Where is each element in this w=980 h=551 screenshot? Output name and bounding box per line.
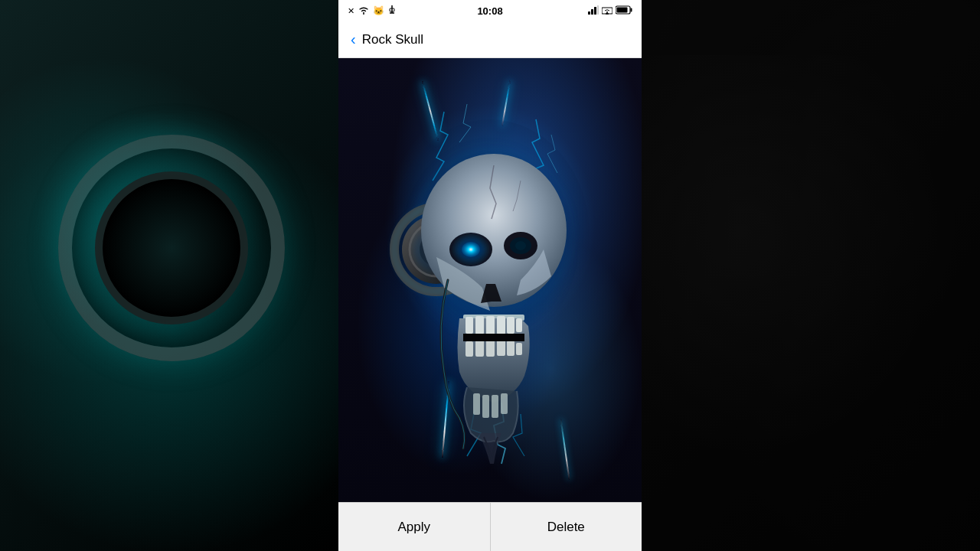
phone-frame: ✕ 🐱 10:08	[338, 0, 642, 551]
skull-illustration	[368, 89, 612, 471]
svg-rect-12	[631, 8, 632, 12]
status-icons-right	[588, 4, 632, 18]
svg-rect-4	[591, 9, 593, 15]
background-left-art	[0, 0, 343, 551]
action-bar: Apply Delete	[338, 502, 642, 551]
back-button[interactable]: ‹	[351, 31, 356, 48]
cast-icon	[602, 4, 612, 18]
svg-rect-3	[588, 11, 590, 15]
svg-rect-49	[501, 393, 508, 414]
svg-rect-37	[507, 317, 514, 334]
svg-rect-36	[497, 316, 505, 334]
svg-rect-46	[473, 393, 480, 415]
svg-point-31	[515, 241, 526, 250]
back-chevron-icon: ‹	[351, 31, 356, 48]
svg-rect-47	[482, 395, 489, 418]
apply-button[interactable]: Apply	[338, 503, 491, 551]
page-title: Rock Skull	[362, 32, 423, 47]
svg-rect-5	[594, 7, 596, 15]
status-bar: ✕ 🐱 10:08	[338, 0, 642, 21]
signal-icon	[588, 4, 599, 18]
svg-rect-6	[597, 5, 599, 15]
svg-rect-33	[466, 317, 473, 334]
cat-icon: 🐱	[373, 5, 384, 16]
svg-rect-39	[466, 341, 473, 357]
svg-rect-48	[492, 395, 498, 418]
svg-point-28	[462, 242, 480, 257]
svg-rect-44	[516, 343, 522, 355]
background-left	[0, 0, 343, 551]
close-icon: ✕	[348, 6, 354, 16]
svg-rect-11	[617, 8, 628, 13]
svg-rect-43	[507, 341, 514, 356]
background-right	[637, 0, 980, 551]
wallpaper-preview	[338, 58, 642, 502]
battery-icon	[616, 4, 632, 18]
svg-rect-45	[463, 334, 524, 341]
status-time: 10:08	[477, 5, 502, 17]
title-bar: ‹ Rock Skull	[338, 21, 642, 58]
svg-rect-38	[516, 318, 522, 332]
svg-rect-42	[497, 339, 505, 356]
delete-button[interactable]: Delete	[491, 503, 642, 551]
svg-rect-34	[475, 316, 484, 334]
status-icons-left: ✕ 🐱	[348, 5, 396, 17]
wifi-icon	[358, 6, 369, 16]
svg-rect-40	[475, 340, 484, 357]
usb-icon	[388, 5, 396, 17]
svg-rect-41	[486, 339, 495, 357]
svg-rect-35	[486, 316, 495, 335]
